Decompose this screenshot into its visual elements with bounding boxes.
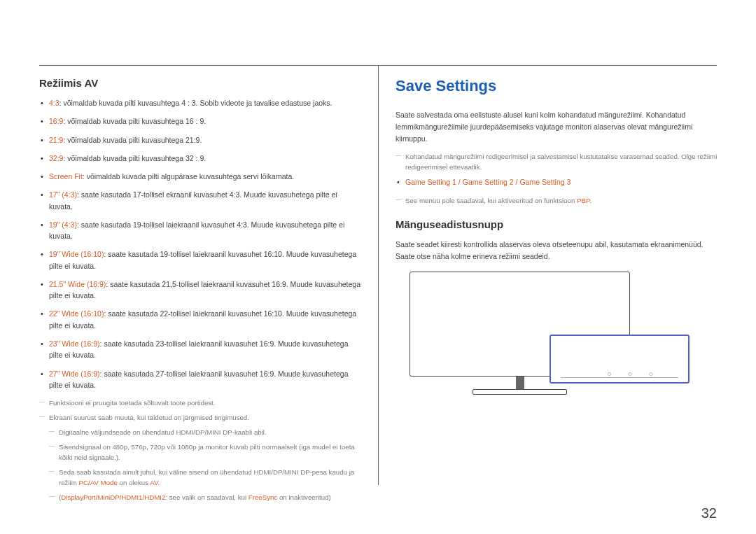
footnote: Ekraani suurust saab muuta, kui täidetud… [39, 412, 361, 423]
footnote-text: . [158, 479, 160, 486]
list-item: 22" Wide (16:10): saate kasutada 22-toll… [39, 308, 361, 331]
monitor-stand-neck-icon [516, 377, 524, 391]
heading-shortcut-button: Mänguseadistusnupp [396, 218, 718, 230]
footnote: Funktsiooni ei pruugita toetada sõltuval… [39, 398, 361, 408]
list-item-label: 16:9 [49, 117, 63, 125]
footnote-text: See menüü pole saadaval, kui aktiveeritu… [405, 197, 577, 204]
footnote: Digitaalne väljundseade on ühendatud HDM… [49, 427, 361, 437]
list-item: 21:9: võimaldab kuvada pilti kuvasuhtega… [39, 134, 361, 146]
right-column: Save Settings Saate salvestada oma eelis… [396, 77, 718, 401]
footnote: Seda saab kasutada ainult juhul, kui väl… [49, 467, 361, 488]
list-item: 23" Wide (16:9): saate kasutada 23-tolli… [39, 338, 361, 361]
list-item-label: 32:9 [49, 154, 63, 162]
list-item: 32:9: võimaldab kuvada pilti kuvasuhtega… [39, 153, 361, 164]
shortcut-panel-bar-icon [561, 377, 678, 378]
footnote-text: on inaktiveeritud) [277, 493, 330, 501]
shortcut-panel-icon: ○ ○ ○ [550, 335, 690, 384]
list-item-text: : saate kasutada 17-tollisel ekraanil ku… [49, 190, 337, 210]
footnote: Kohandatud mängurežiimi redigeerimisel j… [396, 151, 718, 172]
list-item: 21.5" Wide (16:9): saate kasutada 21,5-t… [39, 279, 361, 302]
game-setting-list: Game Setting 1 / Game Setting 2 / Game S… [396, 176, 718, 188]
list-item-text: : võimaldab kuvada pilti kuvasuhtega 32 … [63, 154, 206, 162]
monitor-stand-base-icon [472, 389, 567, 395]
list-item-text: : saate kasutada 19-tollisel laiekraanil… [49, 220, 344, 240]
monitor-illustration: ○ ○ ○ [396, 272, 690, 401]
footnote-text: on olekus [118, 479, 150, 486]
footnote: (DisplayPort/MiniDP/HDMI1/HDMI2: see val… [49, 492, 361, 503]
footnote-highlight: PC/AV Mode [79, 479, 118, 486]
list-item-label: 19" (4:3) [49, 220, 77, 229]
list-item-text: : võimaldab kuvada pilti algupärase kuva… [83, 172, 294, 181]
list-item: Screen Fit: võimaldab kuvada pilti algup… [39, 171, 361, 182]
list-item-label: 21:9 [49, 136, 63, 144]
list-item-text: : võimaldab kuvada pilti kuvasuhtega 4 :… [59, 99, 332, 107]
list-item-label: 27" Wide (16:9) [49, 370, 100, 378]
list-item: Game Setting 1 / Game Setting 2 / Game S… [396, 176, 718, 188]
list-item: 17" (4:3): saate kasutada 17-tollisel ek… [39, 189, 361, 212]
paragraph: Saate salvestada oma eelistuste alusel k… [396, 109, 718, 144]
footnotes: Kohandatud mängurežiimi redigeerimisel j… [396, 151, 718, 172]
heading-mode-av: Režiimis AV [39, 77, 361, 89]
footnote-text: : see valik on saadaval, kui [165, 493, 248, 501]
list-item: 4:3: võimaldab kuvada pilti kuvasuhtega … [39, 97, 361, 108]
list-item-label: Screen Fit [49, 172, 83, 181]
footnote-highlight: AV [150, 479, 158, 486]
list-item-label: 4:3 [49, 99, 59, 107]
footnotes: Funktsiooni ei pruugita toetada sõltuval… [39, 398, 361, 503]
list-item-label: 17" (4:3) [49, 190, 77, 199]
rule-vertical [378, 65, 379, 485]
heading-save-settings: Save Settings [396, 77, 718, 95]
list-item-label: 22" Wide (16:10) [49, 309, 104, 318]
list-item: 16:9: võimaldab kuvada pilti kuvasuhtega… [39, 115, 361, 127]
footnote-highlight: DisplayPort/MiniDP/HDMI1/HDMI2 [61, 493, 165, 501]
footnotes: See menüü pole saadaval, kui aktiveeritu… [396, 195, 718, 206]
aspect-ratio-list: 4:3: võimaldab kuvada pilti kuvasuhtega … [39, 97, 361, 391]
list-item-label: 21.5" Wide (16:9) [49, 280, 106, 288]
footnote-text: . [589, 197, 592, 204]
footnote-sublist: Digitaalne väljundseade on ühendatud HDM… [39, 427, 361, 503]
list-item-text: : võimaldab kuvada pilti kuvasuhtega 21:… [63, 136, 202, 144]
list-item: 19" (4:3): saate kasutada 19-tollisel la… [39, 219, 361, 242]
paragraph: Saate seadet kiiresti kontrollida alaser… [396, 239, 718, 262]
list-item-label: 19" Wide (16:10) [49, 250, 104, 258]
list-item-label: 23" Wide (16:9) [49, 339, 100, 348]
list-item-text: : võimaldab kuvada pilti kuvasuhtega 16 … [63, 117, 206, 125]
list-item-label: Game Setting 1 / Game Setting 2 / Game S… [405, 178, 570, 186]
list-item: 27" Wide (16:9): saate kasutada 27-tolli… [39, 368, 361, 391]
footnote-highlight: FreeSync [248, 493, 277, 501]
footnote: See menüü pole saadaval, kui aktiveeritu… [396, 195, 718, 206]
footnote: Sisendsignaal on 480p, 576p, 720p või 10… [49, 442, 361, 463]
page: Režiimis AV 4:3: võimaldab kuvada pilti … [0, 0, 756, 534]
footnote-highlight: PBP [577, 197, 589, 204]
list-item: 19" Wide (16:10): saate kasutada 19-toll… [39, 248, 361, 272]
left-column: Režiimis AV 4:3: võimaldab kuvada pilti … [39, 77, 361, 507]
page-number: 32 [701, 505, 717, 521]
